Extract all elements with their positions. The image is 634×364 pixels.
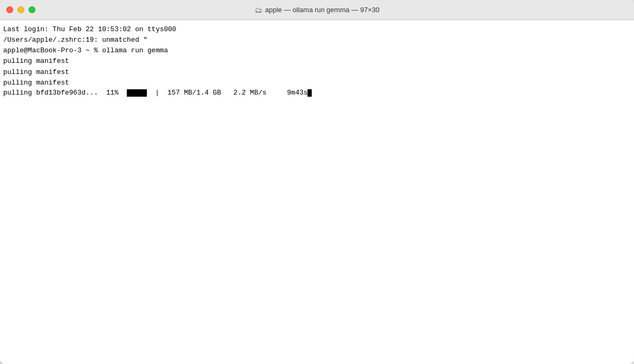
minimize-button[interactable] [17,6,24,13]
window-controls [6,6,35,13]
terminal-line-1: Last login: Thu Feb 22 10:53:02 on ttys0… [3,24,631,35]
cursor [307,89,312,97]
terminal-line-5: pulling manifest [3,67,631,78]
folder-icon: 🗂 [255,6,262,14]
terminal-body[interactable]: Last login: Thu Feb 22 10:53:02 on ttys0… [0,20,634,364]
progress-suffix: | 157 MB/1.4 GB 2.2 MB/s 9m43s [147,88,307,98]
titlebar: 🗂 apple — ollama run gemma — 97×30 [0,0,634,20]
progress-bar [127,89,147,97]
terminal-line-6: pulling manifest [3,78,631,88]
terminal-window: 🗂 apple — ollama run gemma — 97×30 Last … [0,0,634,364]
window-title: apple — ollama run gemma — 97×30 [265,6,379,14]
maximize-button[interactable] [29,6,35,13]
terminal-line-4: pulling manifest [3,56,631,67]
progress-line: pulling bfd13bfe963d... 11% | 157 MB/1.4… [3,88,631,98]
titlebar-title: 🗂 apple — ollama run gemma — 97×30 [255,6,379,14]
terminal-line-2: /Users/apple/.zshrc:19: unmatched " [3,35,631,45]
close-button[interactable] [6,6,13,13]
progress-prefix: pulling bfd13bfe963d... 11% [3,88,127,98]
terminal-line-3: apple@MacBook-Pro-3 ~ % ollama run gemma [3,45,631,56]
